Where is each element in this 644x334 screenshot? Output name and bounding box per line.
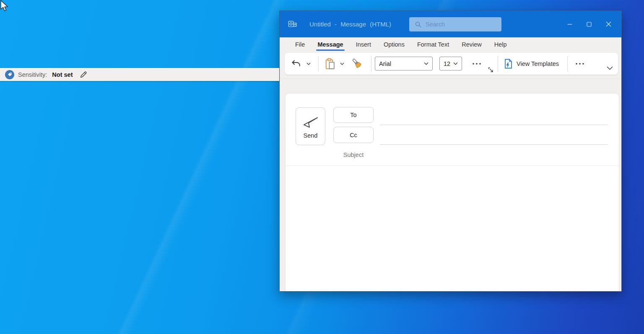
- close-button[interactable]: [599, 11, 618, 37]
- sensitivity-tag-icon: [5, 70, 14, 79]
- more-ribbon-options-button[interactable]: [572, 59, 587, 69]
- tab-message[interactable]: Message: [311, 37, 349, 52]
- subject-label: Subject: [333, 151, 374, 158]
- collapse-ribbon-button[interactable]: [604, 64, 615, 72]
- compose-card: Send To Cc Subject: [286, 94, 619, 292]
- ribbon-toolbar: Arial 12: [285, 53, 618, 75]
- search-icon: [415, 21, 421, 28]
- message-window: Untitled - Message (HTML): [279, 10, 622, 292]
- undo-icon: [291, 59, 301, 69]
- tab-insert[interactable]: Insert: [350, 37, 377, 52]
- view-templates-button[interactable]: View Templates: [501, 56, 561, 71]
- tab-format-text[interactable]: Format Text: [411, 37, 455, 52]
- more-font-options-button[interactable]: [469, 59, 484, 69]
- pencil-icon: [80, 71, 87, 78]
- edit-sensitivity-button[interactable]: [80, 71, 87, 78]
- tab-file[interactable]: File: [289, 37, 311, 52]
- clipboard-paste-icon: [325, 58, 336, 70]
- desktop-wallpaper: Sensitivity: Not set Untitled - Message …: [0, 0, 644, 334]
- window-title: Untitled - Message (HTML): [309, 11, 391, 37]
- cc-label: Cc: [350, 132, 357, 138]
- undo-dropdown-button[interactable]: [305, 60, 312, 68]
- font-size-value: 12: [444, 60, 450, 67]
- search-box[interactable]: [409, 17, 501, 31]
- ellipsis-icon: [575, 63, 585, 65]
- paper-plane-icon: [302, 114, 319, 128]
- chevron-down-icon: [607, 66, 613, 70]
- tab-options[interactable]: Options: [377, 37, 411, 52]
- chevron-down-icon: [424, 62, 428, 65]
- ellipsis-icon: [472, 63, 482, 65]
- to-button[interactable]: To: [333, 107, 374, 123]
- sensitivity-label: Sensitivity:: [18, 71, 47, 78]
- to-input[interactable]: [380, 110, 608, 125]
- ribbon-bottom-edge: [280, 78, 621, 79]
- maximize-button[interactable]: [579, 11, 599, 37]
- tab-help[interactable]: Help: [488, 37, 513, 52]
- mouse-cursor-icon: [0, 0, 9, 13]
- cc-field[interactable]: [380, 130, 608, 145]
- cc-button[interactable]: Cc: [333, 127, 374, 143]
- maximize-icon: [587, 22, 592, 27]
- chevron-down-icon: [306, 63, 311, 65]
- font-size-select[interactable]: 12: [439, 57, 462, 70]
- search-input[interactable]: [426, 21, 488, 28]
- paste-button[interactable]: [322, 57, 338, 71]
- document-lightning-icon: [504, 59, 513, 69]
- ribbon-tab-bar: File Message Insert Options Format Text …: [280, 37, 621, 52]
- paste-dropdown-button[interactable]: [338, 60, 346, 68]
- sensitivity-value: Not set: [52, 71, 73, 78]
- to-label: To: [350, 112, 356, 118]
- tab-review[interactable]: Review: [455, 37, 488, 52]
- chevron-down-icon: [340, 63, 344, 65]
- dialog-launcher-button[interactable]: [487, 66, 494, 73]
- send-button[interactable]: Send: [296, 107, 325, 145]
- format-painter-icon: [351, 57, 364, 70]
- format-painter-button[interactable]: [348, 57, 366, 71]
- send-label: Send: [304, 132, 318, 139]
- titlebar[interactable]: Untitled - Message (HTML): [280, 11, 621, 37]
- undo-button[interactable]: [289, 57, 303, 70]
- to-field[interactable]: [380, 110, 608, 125]
- font-name-select[interactable]: Arial: [375, 57, 433, 70]
- ribbon: Arial 12: [280, 52, 621, 94]
- message-body[interactable]: [287, 166, 618, 292]
- dialog-launcher-icon: [488, 67, 493, 73]
- chevron-down-icon: [453, 62, 458, 65]
- view-templates-label: View Templates: [517, 60, 559, 67]
- close-icon: [606, 21, 611, 27]
- sensitivity-bar: Sensitivity: Not set: [0, 68, 279, 81]
- minimize-icon: [567, 22, 572, 27]
- font-name-value: Arial: [379, 60, 391, 67]
- outlook-icon: [288, 20, 297, 30]
- cc-input[interactable]: [380, 130, 608, 144]
- minimize-button[interactable]: [560, 11, 579, 37]
